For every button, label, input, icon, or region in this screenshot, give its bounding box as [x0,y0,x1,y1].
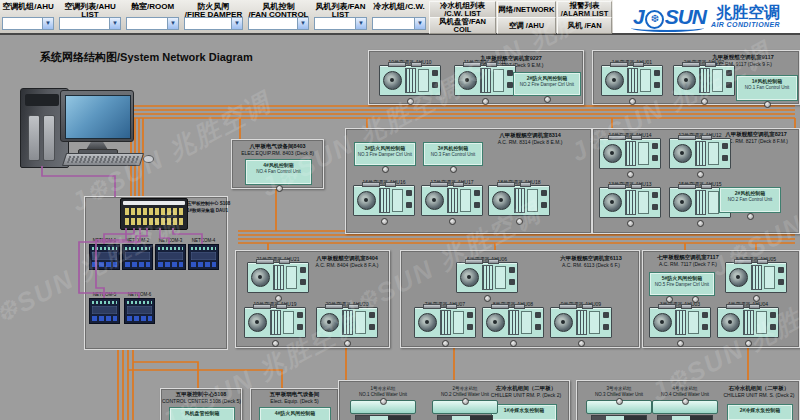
fan-view-button[interactable]: 风机 /FAN [557,17,612,34]
ahu-view-button[interactable]: 空调 /AHU [497,17,556,34]
fire-damper-dropdown[interactable]: ▼ [184,17,243,30]
toolbar: 空调机组/AHU ▼ 空调列表/AHU LIST ▼ 舱室/ROOM ▼ 防火风… [0,0,800,35]
toolbar-item-cw-list: 冷水机组列表 /C.W. LIST 风机盘管/FAN COIL [429,0,496,33]
chevron-down-icon[interactable]: ▼ [167,18,178,29]
logo-cn-text: 兆胜空调 [716,5,780,21]
logo-swoosh [631,24,704,32]
chevron-down-icon[interactable]: ▼ [42,18,53,29]
toolbar-item-fan-control: 风机控制 /FAN CONTROL ▼ [246,0,311,33]
fan-list-dropdown[interactable]: ▼ [314,17,367,30]
chevron-down-icon[interactable]: ▼ [297,18,308,29]
toolbar-label-ahu: 空调机组/AHU [0,0,56,11]
toolbar-label-cw: 冷水机组/C.W. [370,0,428,11]
toolbar-item-fan-list: 风机列表/FAN LIST ▼ [312,0,369,33]
ahu-list-dropdown[interactable]: ▼ [59,17,121,30]
josun-logo: J❆SUN 兆胜空调 AIR CONDITIONER [613,0,800,33]
chevron-down-icon[interactable]: ▼ [355,18,366,29]
cw-dropdown[interactable]: ▼ [372,17,426,30]
logo-brand: J❆SUN [633,5,706,29]
toolbar-item-cw: 冷水机组/C.W. ▼ [370,0,428,33]
alarm-list-button[interactable]: 报警列表 /ALARM LIST [557,1,612,18]
scada-screen: 空调机组/AHU ▼ 空调列表/AHU LIST ▼ 舱室/ROOM ▼ 防火风… [0,0,800,420]
ahu-dropdown[interactable]: ▼ [2,17,54,30]
toolbar-item-ahu: 空调机组/AHU ▼ [0,0,56,33]
fan-coil-button[interactable]: 风机盘管/FAN COIL [429,17,496,34]
toolbar-item-ahu-list: 空调列表/AHU LIST ▼ [57,0,123,33]
wiring-purple [0,0,800,420]
toolbar-item-fire-damper: 防火风闸 /FIRE DAMPER ▼ [182,0,245,33]
toolbar-item-network: 网络/NETWORK 空调 /AHU [497,0,556,33]
chevron-down-icon[interactable]: ▼ [414,18,425,29]
cw-list-button[interactable]: 冷水机组列表 /C.W. LIST [429,1,496,18]
toolbar-label-room: 舱室/ROOM [124,0,181,11]
toolbar-item-room: 舱室/ROOM ▼ [124,0,181,33]
network-button[interactable]: 网络/NETWORK [497,1,556,18]
fan-control-dropdown[interactable]: ▼ [248,17,309,30]
logo-en-text: AIR CONDITIONER [711,21,780,29]
chevron-down-icon[interactable]: ▼ [231,18,242,29]
toolbar-item-alarm-list: 报警列表 /ALARM LIST 风机 /FAN [557,0,612,33]
room-dropdown[interactable]: ▼ [126,17,179,30]
chevron-down-icon[interactable]: ▼ [109,18,120,29]
